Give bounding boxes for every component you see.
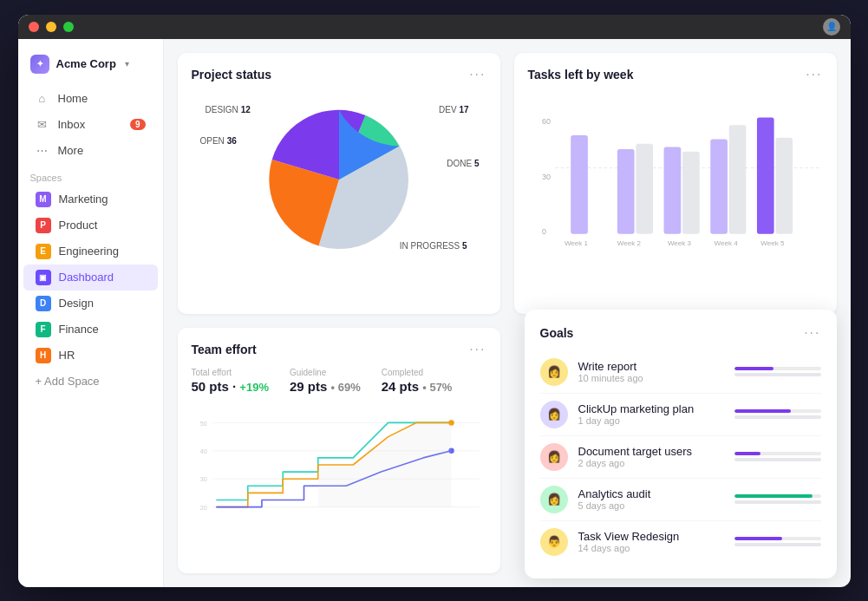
sidebar-item-engineering[interactable]: E Engineering	[23, 238, 158, 265]
effort-stat-guideline: Guideline 29 pts • 69%	[290, 368, 361, 394]
goals-card: Goals ··· 👩 Write report 10 minutes ago	[525, 310, 837, 578]
svg-rect-11	[756, 117, 773, 233]
tasks-by-week-header: Tasks left by week ···	[528, 67, 823, 82]
goal-item-3: 👩 Analytics audit 5 days ago	[540, 479, 821, 521]
goal-name-1: ClickUp marketing plan	[578, 402, 724, 415]
project-status-more[interactable]: ···	[469, 67, 486, 82]
svg-text:30: 30	[199, 475, 206, 483]
pie-label-done: DONE 5	[447, 159, 479, 168]
team-effort-card: Team effort ··· Total effort 50 pts · +1…	[178, 328, 500, 573]
goal-progress-3	[734, 494, 821, 504]
goal-info-0: Write report 10 minutes ago	[578, 360, 724, 383]
spaces-section-label: Spaces	[18, 164, 163, 186]
svg-text:60: 60	[542, 116, 551, 125]
maximize-button[interactable]	[63, 22, 74, 32]
design-label: Design	[59, 297, 94, 310]
goal-avatar-0: 👩	[540, 358, 568, 386]
svg-text:40: 40	[199, 447, 206, 455]
close-button[interactable]	[29, 22, 39, 32]
inbox-badge: 9	[130, 119, 146, 130]
sidebar-item-finance[interactable]: F Finance	[23, 317, 158, 343]
sidebar-item-more[interactable]: ⋯ More	[23, 138, 158, 164]
goal-time-4: 14 days ago	[578, 543, 724, 553]
inbox-label: Inbox	[58, 118, 86, 131]
add-space-label: + Add Space	[36, 375, 100, 388]
product-dot: P	[36, 218, 51, 233]
goals-more[interactable]: ···	[804, 325, 820, 341]
goal-avatar-4: 👨	[540, 528, 568, 556]
goal-info-4: Task View Redesign 14 days ago	[578, 530, 724, 553]
goal-item-4: 👨 Task View Redesign 14 days ago	[540, 521, 821, 563]
goal-time-1: 1 day ago	[578, 415, 724, 426]
goal-name-4: Task View Redesign	[578, 530, 724, 543]
line-chart-svg: 50 40 30 20	[192, 404, 486, 526]
user-avatar[interactable]: 👤	[823, 18, 840, 36]
pie-label-design: DESIGN 12	[206, 105, 251, 114]
goal-progress-4	[734, 537, 821, 546]
project-status-card: Project status ···	[178, 53, 500, 314]
product-label: Product	[59, 219, 98, 232]
goal-time-0: 10 minutes ago	[578, 373, 724, 383]
pie-label-open: OPEN 36	[200, 136, 237, 146]
sidebar-item-inbox[interactable]: ✉ Inbox 9	[23, 112, 158, 138]
goal-time-3: 5 days ago	[578, 500, 724, 511]
tasks-by-week-title: Tasks left by week	[528, 68, 634, 82]
goal-item-1: 👩 ClickUp marketing plan 1 day ago	[540, 394, 821, 436]
company-header[interactable]: ✦ Acme Corp ▾	[18, 49, 163, 86]
svg-rect-10	[728, 125, 746, 233]
pie-chart	[261, 101, 417, 258]
svg-rect-7	[663, 147, 681, 233]
team-effort-more[interactable]: ···	[469, 342, 486, 357]
svg-rect-5	[617, 149, 634, 234]
sidebar-item-hr[interactable]: H HR	[23, 343, 158, 369]
effort-stat-completed: Completed 24 pts • 57%	[382, 368, 453, 394]
hr-label: HR	[59, 349, 75, 362]
svg-text:Week 1: Week 1	[564, 239, 588, 247]
tasks-by-week-card: Tasks left by week ··· 60 30 0	[514, 53, 837, 314]
sidebar-item-design[interactable]: D Design	[23, 291, 158, 317]
total-effort-label: Total effort	[192, 368, 269, 377]
minimize-button[interactable]	[46, 22, 56, 32]
app-window: 👤 ✦ Acme Corp ▾ ⌂ Home ✉ Inbox 9 ⋯ More	[18, 15, 851, 587]
title-bar: 👤	[18, 15, 851, 39]
tasks-by-week-more[interactable]: ···	[806, 67, 822, 82]
more-icon: ⋯	[36, 144, 49, 158]
sidebar-item-dashboard[interactable]: ▣ Dashboard	[23, 265, 158, 291]
sidebar-item-marketing[interactable]: M Marketing	[23, 186, 158, 212]
svg-text:Week 4: Week 4	[714, 239, 738, 247]
goals-header: Goals ···	[540, 325, 821, 341]
bar-chart-svg: 60 30 0	[528, 93, 823, 266]
svg-text:50: 50	[199, 419, 206, 427]
project-status-title: Project status	[192, 68, 272, 82]
goal-name-0: Write report	[578, 360, 724, 373]
goal-progress-2	[734, 452, 821, 461]
goal-name-3: Analytics audit	[578, 487, 724, 500]
line-chart-container: 50 40 30 20	[192, 404, 486, 526]
sidebar: ✦ Acme Corp ▾ ⌂ Home ✉ Inbox 9 ⋯ More Sp…	[18, 39, 164, 587]
team-effort-title: Team effort	[192, 343, 257, 356]
goal-progress-1	[734, 409, 821, 419]
pie-label-dev: DEV 17	[439, 105, 468, 114]
completed-label: Completed	[382, 368, 453, 377]
total-effort-value: 50 pts · +19%	[192, 379, 269, 394]
add-space-button[interactable]: + Add Space	[23, 369, 158, 394]
goal-avatar-2: 👩	[540, 443, 568, 471]
sidebar-item-product[interactable]: P Product	[23, 212, 158, 238]
svg-text:Week 5: Week 5	[760, 239, 785, 247]
svg-text:Week 3: Week 3	[667, 239, 691, 247]
dashboard-label: Dashboard	[59, 271, 114, 284]
hr-dot: H	[36, 348, 51, 363]
finance-dot: F	[36, 322, 51, 337]
inbox-icon: ✉	[36, 118, 49, 132]
goal-info-1: ClickUp marketing plan 1 day ago	[578, 402, 724, 426]
dashboard-dot: ▣	[36, 270, 51, 285]
svg-rect-12	[775, 137, 793, 233]
design-dot: D	[36, 296, 51, 311]
svg-text:20: 20	[199, 503, 206, 511]
more-label: More	[58, 144, 84, 157]
chevron-down-icon: ▾	[125, 59, 129, 69]
sidebar-item-home[interactable]: ⌂ Home	[23, 86, 158, 112]
goal-name-2: Document target users	[578, 445, 724, 458]
svg-text:30: 30	[542, 173, 551, 181]
home-icon: ⌂	[36, 92, 49, 106]
